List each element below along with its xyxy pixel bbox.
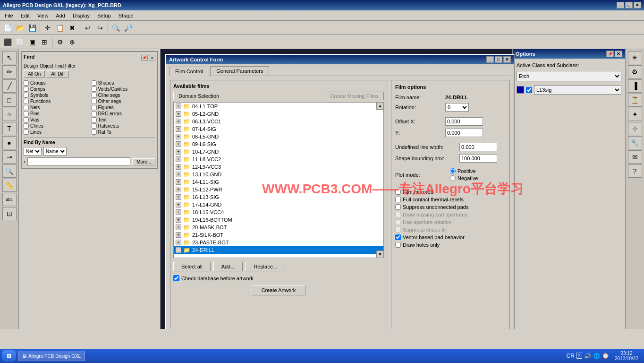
cb-nets[interactable]: Nets bbox=[24, 105, 88, 110]
menu-edit[interactable]: Edit bbox=[18, 12, 33, 19]
options-pin[interactable]: 📌 bbox=[606, 51, 614, 57]
expand-13[interactable]: + bbox=[176, 202, 181, 207]
right-tool-4[interactable]: ⏳ bbox=[628, 94, 642, 107]
cb-text[interactable]: Text bbox=[92, 117, 156, 122]
dialog-maximize[interactable]: □ bbox=[495, 56, 502, 63]
cb-symbols[interactable]: Symbols bbox=[24, 93, 88, 98]
find-close[interactable]: ✕ bbox=[149, 55, 155, 60]
minimize-button[interactable]: _ bbox=[617, 2, 624, 9]
expand-18[interactable]: + bbox=[176, 240, 181, 245]
create-missing-films-button[interactable]: Create Missing Films bbox=[325, 92, 384, 100]
tb2-btn1[interactable]: ⬛ bbox=[2, 36, 13, 48]
film-item-5[interactable]: + 📁 09-L6-SIG bbox=[174, 140, 383, 148]
scroll-up-arrow[interactable]: ▲ bbox=[376, 102, 384, 110]
name-select[interactable]: Name bbox=[43, 147, 67, 156]
film-item-2[interactable]: + 📁 06-L3-VCC1 bbox=[174, 118, 383, 125]
check-database-checkbox[interactable] bbox=[173, 275, 179, 281]
cb-figures[interactable]: Figures bbox=[92, 105, 156, 110]
cb-ratsnests[interactable]: Ratsnests bbox=[92, 123, 156, 129]
zoom-in-button[interactable]: 🔍 bbox=[110, 22, 121, 34]
cb-clines[interactable]: Clines bbox=[24, 123, 88, 129]
film-item-17[interactable]: + 📁 21-SILK-BOT bbox=[174, 231, 383, 239]
cb-clinesegs[interactable]: Cline segs bbox=[92, 93, 156, 98]
tool-via[interactable]: ● bbox=[2, 136, 17, 149]
redo-button[interactable]: ↪ bbox=[94, 22, 106, 34]
undo-button[interactable]: ↩ bbox=[82, 22, 93, 34]
rotation-select[interactable]: 0 90 180 270 bbox=[445, 103, 469, 112]
cb-groups[interactable]: Groups bbox=[24, 80, 88, 86]
right-tool-7[interactable]: 🔧 bbox=[628, 136, 642, 149]
right-tool-9[interactable]: ? bbox=[628, 164, 642, 178]
tool-rect[interactable]: □ bbox=[2, 94, 17, 107]
new-button[interactable]: 📄 bbox=[2, 22, 13, 34]
tb2-btn4[interactable]: ⊞ bbox=[39, 36, 50, 48]
maximize-button[interactable]: □ bbox=[625, 2, 633, 9]
find-text-input[interactable] bbox=[27, 157, 130, 166]
replace-button[interactable]: Replace... bbox=[246, 262, 285, 271]
tool-zoom[interactable]: 🔍 bbox=[2, 164, 17, 178]
more-button[interactable]: More... bbox=[132, 158, 155, 165]
tb2-btn3[interactable]: ▣ bbox=[26, 36, 38, 48]
copy-button[interactable]: 📋 bbox=[54, 22, 66, 34]
start-button[interactable]: ⊞ bbox=[2, 350, 16, 362]
tool-misc[interactable]: ⊡ bbox=[2, 207, 17, 220]
tool-select[interactable]: ↖ bbox=[2, 51, 17, 64]
tab-general-params[interactable]: General Parameters bbox=[210, 66, 269, 76]
create-artwork-button[interactable]: Create Artwork bbox=[252, 285, 306, 295]
expand-5[interactable]: + bbox=[176, 141, 181, 147]
cursor-button[interactable]: ✛ bbox=[42, 22, 53, 34]
right-tool-5[interactable]: ✦ bbox=[628, 108, 642, 121]
cb-pins[interactable]: Pins bbox=[24, 111, 88, 116]
menu-add[interactable]: Add bbox=[53, 12, 68, 19]
tool-measure[interactable]: 📏 bbox=[2, 179, 17, 192]
expand-15[interactable]: + bbox=[176, 217, 181, 223]
expand-16[interactable]: + bbox=[176, 225, 181, 230]
expand-2[interactable]: + bbox=[176, 119, 181, 124]
film-list[interactable]: + 📁 04-L1-TOP + 📁 05-L2-GND + bbox=[173, 102, 384, 258]
tool-abc[interactable]: abc bbox=[2, 193, 17, 206]
expand-6[interactable]: + bbox=[176, 149, 181, 155]
film-item-9[interactable]: + 📁 13-L10-GND bbox=[174, 171, 383, 178]
select-all-button[interactable]: Select all bbox=[173, 262, 211, 271]
menu-setup[interactable]: Setup bbox=[94, 12, 114, 19]
expand-19[interactable]: + bbox=[176, 247, 181, 253]
right-tool-6[interactable]: ⊹ bbox=[628, 122, 642, 135]
menu-file[interactable]: File bbox=[2, 12, 16, 19]
open-button[interactable]: 📂 bbox=[14, 22, 25, 34]
film-item-4[interactable]: + 📁 08-L5-GND bbox=[174, 133, 383, 140]
cb-voids[interactable]: Voids/Cavities bbox=[92, 86, 156, 92]
expand-4[interactable]: + bbox=[176, 134, 181, 139]
expand-9[interactable]: + bbox=[176, 172, 181, 177]
expand-1[interactable]: + bbox=[176, 111, 181, 117]
cb-suppress-unconnected[interactable]: Suppress unconnected pads bbox=[395, 204, 506, 210]
film-item-8[interactable]: + 📁 12-L9-VCC3 bbox=[174, 163, 383, 171]
film-item-18[interactable]: + 📁 23-PASTE-BOT bbox=[174, 239, 383, 246]
film-item-16[interactable]: + 📁 20-MASK-BOT bbox=[174, 224, 383, 231]
radio-negative[interactable]: Negative bbox=[450, 175, 478, 181]
save-button[interactable]: 💾 bbox=[26, 22, 38, 34]
film-item-6[interactable]: + 📁 10-L7-GND bbox=[174, 148, 383, 156]
film-item-14[interactable]: + 📁 18-L15-VCC4 bbox=[174, 208, 383, 216]
film-item-3[interactable]: + 📁 07-L4-SIG bbox=[174, 125, 383, 133]
menu-display[interactable]: Display bbox=[70, 12, 93, 19]
expand-17[interactable]: + bbox=[176, 232, 181, 238]
cb-film-mirrored[interactable]: Film mirrored bbox=[395, 189, 506, 195]
film-item-13[interactable]: + 📁 17-L14-GND bbox=[174, 201, 383, 208]
right-tool-8[interactable]: ✉ bbox=[628, 150, 642, 164]
dialog-minimize[interactable]: _ bbox=[486, 56, 494, 63]
cb-full-contact[interactable]: Full contact thermal-reliefs bbox=[395, 197, 506, 202]
menu-view[interactable]: View bbox=[34, 12, 51, 19]
expand-11[interactable]: + bbox=[176, 187, 181, 192]
cb-functions[interactable]: Functions bbox=[24, 99, 88, 104]
tool-line[interactable]: ╱ bbox=[2, 79, 17, 93]
cb-drc[interactable]: DRC errors bbox=[92, 111, 156, 116]
cb-vector-based[interactable]: Vector based pad behavior bbox=[395, 234, 506, 240]
tb2-btn6[interactable]: ⊕ bbox=[67, 36, 78, 48]
film-item-15[interactable]: + 📁 19-L16-BOTTOM bbox=[174, 216, 383, 224]
tab-film-control[interactable]: Film Control bbox=[169, 67, 209, 76]
menu-shape[interactable]: Shape bbox=[116, 12, 136, 19]
offset-x-input[interactable]: 0.000 bbox=[445, 117, 483, 126]
net-select[interactable]: Net bbox=[24, 147, 42, 156]
add-button[interactable]: Add... bbox=[213, 262, 243, 271]
close-button[interactable]: ✕ bbox=[634, 2, 641, 9]
